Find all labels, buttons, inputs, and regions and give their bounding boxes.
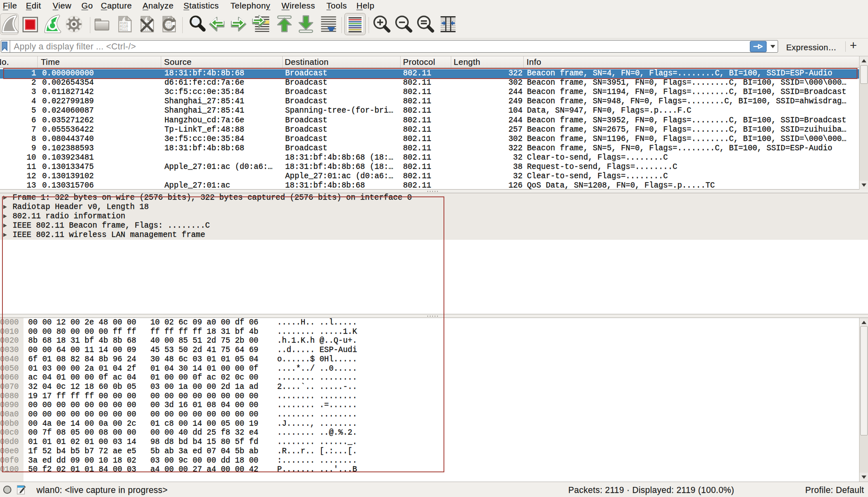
svg-text:0111: 0111 bbox=[120, 28, 128, 32]
